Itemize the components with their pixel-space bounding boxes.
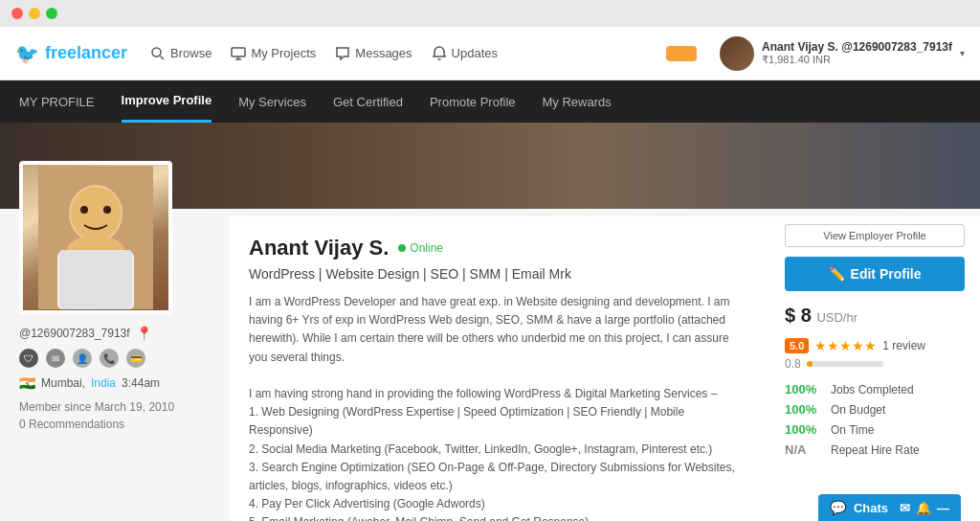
chat-bar[interactable]: 💬 Chats ✉ 🔔 — xyxy=(818,494,961,521)
post-project-button[interactable] xyxy=(666,46,697,61)
messages-nav-item[interactable]: Messages xyxy=(335,46,412,61)
rate-value: $ 8 xyxy=(785,305,812,326)
location-icon: 📍 xyxy=(136,326,152,341)
online-badge: Online xyxy=(398,241,443,255)
profile-nav-improve-profile[interactable]: Improve Profile xyxy=(122,80,212,123)
titlebar xyxy=(0,0,980,27)
my-projects-nav-item[interactable]: My Projects xyxy=(231,46,316,61)
logo-text: freelancer xyxy=(45,43,127,63)
stars-icon: ★★★★★ xyxy=(814,338,877,353)
profile-name: Anant Vijay S. xyxy=(249,236,389,260)
profile-nav-my-services[interactable]: My Services xyxy=(238,80,306,123)
top-navigation: 🐦 freelancer Browse My Projects Messages… xyxy=(0,27,980,80)
online-status: Online xyxy=(410,241,443,255)
edit-profile-button[interactable]: ✏️ Edit Profile xyxy=(785,257,965,291)
stat-row-jobs: 100% Jobs Completed xyxy=(785,382,965,396)
user-balance: ₹1,981.40 INR xyxy=(762,54,952,66)
india-flag-icon: 🇮🇳 xyxy=(19,375,35,391)
jobs-completed-label: Jobs Completed xyxy=(831,383,914,396)
profile-nav-my-rewards[interactable]: My Rewards xyxy=(543,80,612,123)
stats-section: 100% Jobs Completed 100% On Budget 100% … xyxy=(785,382,965,457)
user-name: Anant Vijay S. @1269007283_7913f xyxy=(762,40,952,54)
stat-row-repeat: N/A Repeat Hire Rate xyxy=(785,442,965,457)
mail-icon: ✉ xyxy=(46,349,65,368)
shield-icon: 🛡 xyxy=(19,349,38,368)
rating-section: 5.0 ★★★★★ 1 review 0.8 xyxy=(785,338,965,371)
on-time-label: On Time xyxy=(831,423,874,437)
maximize-button[interactable] xyxy=(46,8,57,19)
city-text: Mumbai, xyxy=(41,376,85,390)
jobs-completed-value: 100% xyxy=(785,382,823,396)
profile-name-line: Anant Vijay S. Online xyxy=(249,236,750,260)
rating-bar-outer xyxy=(807,361,883,367)
profile-icons: 🛡 ✉ 👤 📞 💳 xyxy=(19,349,211,368)
member-since: Member since March 19, 2010 xyxy=(19,400,211,414)
rate-line: $ 8 USD/hr xyxy=(785,305,965,327)
avatar xyxy=(720,36,754,71)
rating-bar: 0.8 xyxy=(785,357,965,371)
center-content: Anant Vijay S. Online WordPress | Websit… xyxy=(230,216,769,521)
chat-icon xyxy=(335,46,350,61)
chevron-down-icon: ▾ xyxy=(960,48,965,58)
close-button[interactable] xyxy=(11,8,23,19)
country-link[interactable]: India xyxy=(91,376,116,390)
profile-nav-promote-profile[interactable]: Promote Profile xyxy=(430,80,516,123)
review-count: 1 review xyxy=(882,339,925,352)
stat-row-time: 100% On Time xyxy=(785,422,965,437)
browse-nav-item[interactable]: Browse xyxy=(150,46,212,61)
profile-tagline: WordPress | Website Design | SEO | SMM |… xyxy=(249,266,750,282)
chat-bar-label: Chats xyxy=(854,501,888,515)
svg-point-12 xyxy=(103,206,111,214)
rate-unit: USD/hr xyxy=(816,310,858,325)
svg-rect-13 xyxy=(59,250,132,309)
profile-nav-my-profile[interactable]: MY PROFILE xyxy=(19,80,95,123)
profile-photo xyxy=(19,161,172,314)
user-info[interactable]: Anant Vijay S. @1269007283_7913f ₹1,981.… xyxy=(720,36,965,71)
pencil-icon: ✏️ xyxy=(829,266,845,282)
message-icon[interactable]: ✉ xyxy=(900,501,910,515)
bell-icon xyxy=(432,46,447,61)
svg-rect-2 xyxy=(232,48,245,57)
view-employer-button[interactable]: View Employer Profile xyxy=(785,224,965,247)
svg-point-0 xyxy=(152,48,161,57)
rating-number: 5.0 xyxy=(785,338,809,353)
minimize-button[interactable] xyxy=(29,8,40,19)
svg-point-11 xyxy=(80,206,88,214)
profile-photo-svg xyxy=(38,166,153,309)
online-dot-icon xyxy=(398,244,406,252)
username-text: @1269007283_7913f xyxy=(19,327,130,340)
logo[interactable]: 🐦 freelancer xyxy=(15,42,127,65)
nav-items: Browse My Projects Messages Updates xyxy=(150,46,651,61)
profile-nav-get-certified[interactable]: Get Certified xyxy=(333,80,403,123)
logo-bird-icon: 🐦 xyxy=(15,42,39,65)
repeat-hire-value: N/A xyxy=(785,442,823,457)
profile-navigation: MY PROFILE Improve Profile My Services G… xyxy=(0,80,980,123)
monitor-icon xyxy=(231,46,246,61)
person-icon: 👤 xyxy=(73,349,92,368)
updates-nav-item[interactable]: Updates xyxy=(432,46,498,61)
card-icon: 💳 xyxy=(126,349,145,368)
chat-bar-actions: ✉ 🔔 — xyxy=(900,501,949,515)
left-sidebar: @1269007283_7913f 📍 🛡 ✉ 👤 📞 💳 🇮🇳 Mumbai,… xyxy=(0,209,230,521)
time-text: 3:44am xyxy=(122,376,160,390)
stat-row-budget: 100% On Budget xyxy=(785,402,965,417)
search-icon xyxy=(150,46,166,61)
phone-icon: 📞 xyxy=(100,349,119,368)
user-name-block: Anant Vijay S. @1269007283_7913f ₹1,981.… xyxy=(762,40,952,66)
minimize-chat-icon[interactable]: — xyxy=(937,501,949,515)
stars-line: 5.0 ★★★★★ 1 review xyxy=(785,338,965,353)
rating-bar-inner xyxy=(807,361,813,367)
main-content: @1269007283_7913f 📍 🛡 ✉ 👤 📞 💳 🇮🇳 Mumbai,… xyxy=(0,209,980,521)
profile-bio: I am a WordPress Developer and have grea… xyxy=(249,293,750,521)
username-line: @1269007283_7913f 📍 xyxy=(19,326,211,341)
on-budget-label: On Budget xyxy=(831,403,885,417)
recommendations: 0 Recommendations xyxy=(19,418,211,431)
rating-bar-number: 0.8 xyxy=(785,357,801,371)
notification-icon[interactable]: 🔔 xyxy=(916,501,931,515)
right-sidebar: View Employer Profile ✏️ Edit Profile $ … xyxy=(769,216,980,521)
on-time-value: 100% xyxy=(785,422,823,437)
location-line: 🇮🇳 Mumbai, India 3:44am xyxy=(19,375,211,391)
repeat-hire-label: Repeat Hire Rate xyxy=(831,443,920,457)
svg-line-1 xyxy=(161,56,165,59)
chat-bar-icon: 💬 xyxy=(830,500,846,515)
